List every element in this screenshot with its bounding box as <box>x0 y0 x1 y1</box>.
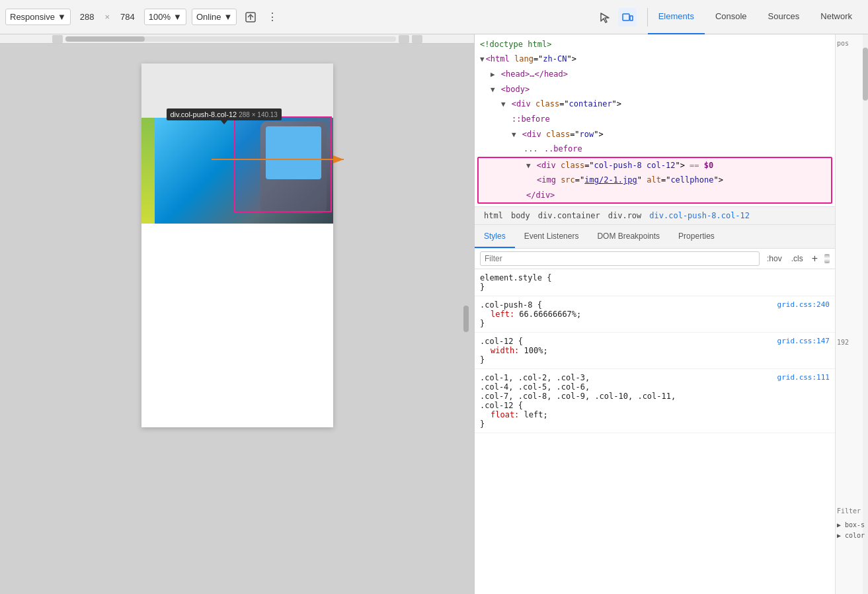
online-select[interactable]: Online ▼ <box>192 9 237 25</box>
styles-section: Styles Event Listeners DOM Breakpoints P… <box>475 225 835 594</box>
hov-button[interactable]: :hov <box>764 253 785 265</box>
main-toolbar: Responsive ▼ 288 × 784 100% ▼ Online ▼ ⋮ <box>0 0 868 34</box>
right-edge-pos-label: pos <box>837 40 849 47</box>
main-content: div.col-push-8.col-12 288 × 140.13 <box>0 34 868 594</box>
styles-tabs: Styles Event Listeners DOM Breakpoints P… <box>475 225 835 249</box>
dom-line-before-2[interactable]: ... ..before <box>475 142 835 156</box>
viewport-width[interactable]: 288 <box>76 9 99 24</box>
zoom-select[interactable]: 100% ▼ <box>144 9 186 25</box>
scroll-thumb[interactable] <box>65 36 145 42</box>
tab-dom-breakpoints[interactable]: DOM Breakpoints <box>588 225 669 248</box>
image-green-col <box>141 118 155 224</box>
responsive-dropdown-arrow: ▼ <box>58 12 66 22</box>
tab-event-listeners[interactable]: Event Listeners <box>515 225 588 248</box>
browser-top-scrollbar <box>0 34 474 44</box>
cls-button[interactable]: .cls <box>788 253 807 265</box>
resize-handle[interactable] <box>463 306 469 332</box>
css-prop-width[interactable]: width: 100%; <box>480 346 830 355</box>
scroll-right-btn[interactable] <box>399 35 409 43</box>
responsive-select[interactable]: Responsive ▼ <box>5 9 71 25</box>
filter-scroll-indicator[interactable] <box>824 254 830 263</box>
responsive-label: Responsive <box>10 12 55 22</box>
tab-console[interactable]: Console <box>705 0 758 34</box>
dom-line-before-1[interactable]: ::before <box>475 112 835 126</box>
css-closing-element-style: } <box>480 282 830 292</box>
css-selector-col-multi-4: .col-12 { <box>480 401 830 410</box>
dom-line-html[interactable]: ▼<html lang="zh-CN"> <box>475 52 835 67</box>
dom-line-container[interactable]: ▼ <div class="container"> <box>475 97 835 112</box>
styles-scrollbar[interactable] <box>863 34 868 594</box>
css-rule-element-style: element.style { } <box>475 269 835 296</box>
breadcrumb-row[interactable]: div.row <box>604 210 646 222</box>
online-arrow: ▼ <box>224 12 233 22</box>
css-origin-col-push-8[interactable]: grid.css:240 <box>777 300 830 309</box>
css-rule-col-12-header[interactable]: .col-12 { grid.css:147 <box>480 337 830 346</box>
dom-line-img[interactable]: <img src="img/2-1.jpg" alt="cellphone"> <box>479 173 831 187</box>
dom-line-doctype[interactable]: <!doctype html> <box>475 37 835 52</box>
tab-sources[interactable]: Sources <box>758 0 810 34</box>
sensor-icon[interactable] <box>242 9 259 26</box>
css-selector-element-style[interactable]: element.style { <box>480 273 830 282</box>
css-origin-col-multi[interactable]: grid.css:111 <box>777 373 830 382</box>
devtools-tab-bar: Elements Console Sources Network <box>596 0 863 34</box>
breadcrumb-col-push[interactable]: div.col-push-8.col-12 <box>645 210 754 222</box>
tab-elements[interactable]: Elements <box>648 0 705 34</box>
styles-filter-input[interactable] <box>480 251 760 266</box>
css-selector-col-multi-2: .col-4, .col-5, .col-6, <box>480 382 830 392</box>
tab-network[interactable]: Network <box>810 0 863 34</box>
more-options-icon[interactable]: ⋮ <box>264 8 280 26</box>
orange-arrow <box>205 146 357 175</box>
css-selector-col-multi-3: .col-7, .col-8, .col-9, .col-10, .col-11… <box>480 392 830 401</box>
devtools-left-pane: <!doctype html> ▼<html lang="zh-CN"> ▶ <… <box>475 34 835 594</box>
dom-line-col-push-selected[interactable]: ▼ <div class="col-push-8 col-12"> == $0 <box>479 158 831 173</box>
select-element-icon[interactable] <box>596 8 614 26</box>
filter-item-box-s[interactable]: ▶ box-s <box>837 520 865 530</box>
dom-line-head[interactable]: ▶ <head>…</head> <box>475 67 835 82</box>
css-origin-col-12[interactable]: grid.css:147 <box>777 337 830 345</box>
breadcrumb-container[interactable]: div.container <box>534 210 604 222</box>
scroll-left-btn[interactable] <box>52 35 63 43</box>
styles-content: element.style { } .col-push-8 { <box>475 269 835 594</box>
right-edge-num: 192 <box>837 339 849 346</box>
dom-line-close-div[interactable]: </div> <box>479 188 831 202</box>
dom-highlight-block: ▼ <div class="col-push-8 col-12"> == $0 … <box>477 157 832 204</box>
preview-content: div.col-push-8.col-12 288 × 140.13 <box>0 44 474 594</box>
right-edge-panel: pos 192 ▶ box-s ▶ color Filter <box>835 34 868 594</box>
bottom-filter-label: Filter <box>837 507 861 515</box>
dom-line-body[interactable]: ▼ <body> <box>475 82 835 97</box>
scroll-end-btn[interactable] <box>412 35 422 43</box>
scroll-track <box>65 36 396 42</box>
css-rule-col-multi-header[interactable]: .col-1, .col-2, .col-3, grid.css:111 <box>480 373 830 382</box>
breadcrumb-html[interactable]: html <box>480 210 507 222</box>
svg-rect-2 <box>630 16 633 21</box>
css-closing-col-multi: } <box>480 419 830 429</box>
devtools-tool-icons <box>596 8 648 26</box>
devtools-panel: <!doctype html> ▼<html lang="zh-CN"> ▶ <… <box>475 34 868 594</box>
css-closing-col-12: } <box>480 355 830 364</box>
online-label: Online <box>196 12 221 22</box>
viewport-height[interactable]: 784 <box>116 9 139 24</box>
css-rule-col-push-8-header[interactable]: .col-push-8 { grid.css:240 <box>480 300 830 310</box>
tab-properties[interactable]: Properties <box>669 225 724 248</box>
page-preview: div.col-push-8.col-12 288 × 140.13 <box>141 64 333 427</box>
dom-line-row[interactable]: ▼ <div class="row"> <box>475 127 835 142</box>
devtools-inner: <!doctype html> ▼<html lang="zh-CN"> ▶ <… <box>475 34 868 594</box>
zoom-value: 100% <box>149 12 171 22</box>
zoom-arrow: ▼ <box>173 12 182 22</box>
browser-preview-panel: div.col-push-8.col-12 288 × 140.13 <box>0 34 475 594</box>
add-rule-button[interactable]: + <box>809 253 820 265</box>
element-tooltip: div.col-push-8.col-12 288 × 140.13 <box>167 108 282 120</box>
filter-buttons: :hov .cls + <box>764 253 820 265</box>
css-prop-float[interactable]: float: left; <box>480 410 830 419</box>
styles-filter-bar: :hov .cls + <box>475 249 835 269</box>
tooltip-element-name: div.col-push-8.col-12 <box>171 110 237 118</box>
breadcrumb-body[interactable]: body <box>507 210 534 222</box>
tab-styles[interactable]: Styles <box>475 225 515 248</box>
css-rule-col-12: .col-12 { grid.css:147 width: 100%; } <box>475 333 835 369</box>
device-toggle-icon[interactable] <box>618 8 637 26</box>
scrollbar-thumb[interactable] <box>863 48 868 101</box>
dom-tree: <!doctype html> ▼<html lang="zh-CN"> ▶ <… <box>475 34 835 207</box>
tooltip-arrow <box>221 120 227 124</box>
css-prop-left[interactable]: left: 66.66666667%; <box>480 310 830 319</box>
filter-item-color[interactable]: ▶ color <box>837 530 865 541</box>
